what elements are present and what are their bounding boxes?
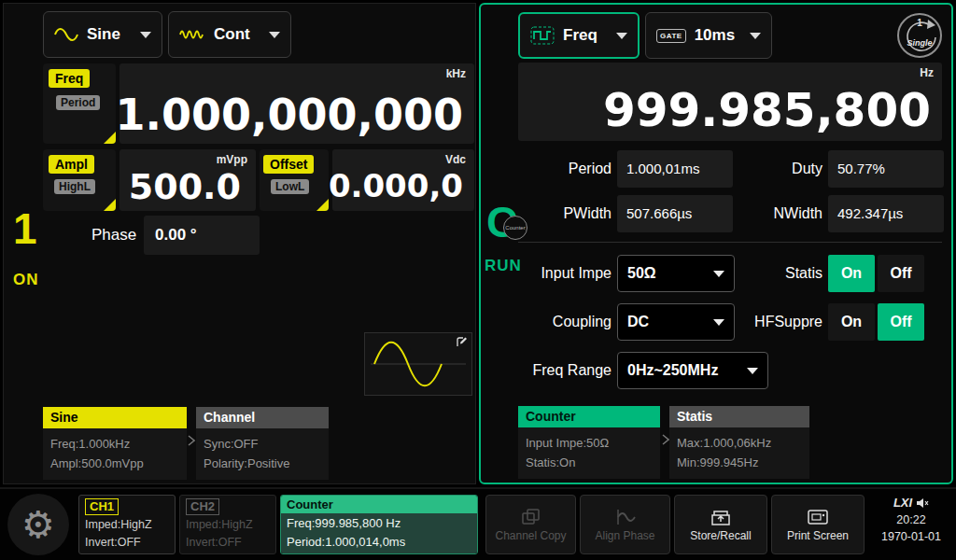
waveform-dropdown[interactable]: Sine [43, 11, 162, 58]
coupling-value: DC [627, 314, 649, 330]
ampl-unit: mVpp [217, 153, 247, 166]
sine-info-card[interactable]: Sine Freq:1.000kHz Ampl:500.0mVpp [43, 407, 187, 480]
ch2-status-card[interactable]: CH2 Imped:HighZ Invert:OFF [179, 495, 276, 554]
corner-marker-icon [316, 199, 329, 211]
align-phase-button[interactable]: Align Phase [580, 495, 670, 554]
store-recall-label: Store/Recall [690, 529, 751, 542]
single-button[interactable]: 1 Single [897, 13, 942, 58]
channel-card-title[interactable]: Channel [196, 407, 329, 428]
statis-info-card[interactable]: Statis Max:1.000,06kHz Min:999.945Hz [669, 406, 809, 479]
channel1-panel: 1 ON Sine Cont Freq Period kHz 1.000,000… [3, 3, 476, 484]
sine-card-line1: Freq:1.000kHz [50, 434, 179, 454]
nwidth-value[interactable]: 492.347µs [828, 195, 944, 232]
freq-range-label: Freq Range [490, 352, 612, 389]
phase-field[interactable]: 0.00 ° [144, 216, 260, 255]
channel-card-line2: Polarity:Positive [204, 454, 321, 473]
store-recall-button[interactable]: Store/Recall [674, 495, 767, 554]
bottom-bar: ⚙ CH1 Imped:HighZ Invert:OFF CH2 Imped:H… [0, 487, 956, 560]
gate-icon: GATE [656, 29, 686, 43]
print-screen-button[interactable]: Print Screen [771, 495, 865, 554]
coupling-select[interactable]: DC [617, 303, 735, 341]
counter-main-display[interactable]: Hz 999.985,800 [518, 63, 942, 141]
gate-time-dropdown[interactable]: GATE 10ms [645, 12, 772, 59]
chevron-down-icon [713, 319, 724, 326]
offset-lowl-tab[interactable]: Offset LowL [260, 149, 329, 211]
waveform-dropdown-label: Sine [87, 25, 120, 44]
mode-dropdown[interactable]: Cont [168, 11, 291, 58]
counter-status-card[interactable]: Counter Freq:999.985,800 Hz Period:1.000… [280, 495, 478, 554]
channel1-number: 1 [13, 203, 37, 254]
ampl-highl-tab[interactable]: Ampl HighL [43, 149, 116, 211]
statis-on-option[interactable]: On [828, 255, 875, 292]
period-label: Period [499, 150, 612, 188]
print-screen-label: Print Screen [787, 529, 849, 542]
input-impedance-select[interactable]: 50Ω [617, 255, 735, 292]
chevron-right-icon [188, 435, 195, 446]
hfsuppre-toggle[interactable]: On Off [828, 303, 924, 341]
offset-unit: Vdc [445, 153, 466, 166]
counter-status-line1: Freq:999.985,800 Hz [287, 514, 471, 533]
single-label: Single [899, 38, 940, 48]
freq-tab-label[interactable]: Freq [49, 69, 90, 88]
statis-off-option[interactable]: Off [878, 255, 924, 292]
period-value[interactable]: 1.000,01ms [617, 150, 733, 188]
freq-period-tab[interactable]: Freq Period [43, 63, 116, 144]
statis-label: Statis [742, 255, 822, 292]
lowl-tab-label[interactable]: LowL [271, 179, 309, 194]
statis-card-title[interactable]: Statis [669, 406, 809, 427]
counter-value: 999.985,800 [603, 83, 931, 137]
single-count: 1 [899, 18, 940, 28]
channel-card-line1: Sync:OFF [204, 434, 321, 454]
channel-copy-button[interactable]: Channel Copy [485, 495, 576, 554]
speaker-mute-icon [916, 497, 929, 509]
ch1-status-card[interactable]: CH1 Imped:HighZ Invert:OFF [78, 495, 176, 554]
duty-label: Duty [742, 150, 822, 188]
ampl-display[interactable]: mVpp 500.0 [120, 149, 256, 211]
copy-icon [520, 508, 542, 526]
ch1-status-line2: Invert:OFF [85, 534, 169, 552]
edit-icon[interactable] [456, 335, 469, 348]
hfsuppre-off-option[interactable]: Off [878, 303, 924, 341]
ampl-value[interactable]: 500.0 [129, 166, 241, 207]
offset-display[interactable]: Vdc 0.000,0 [332, 149, 474, 211]
counter-card-title[interactable]: Counter [518, 406, 660, 427]
pwidth-label: PWidth [499, 195, 612, 232]
freq-range-select[interactable]: 0Hz~250MHz [617, 352, 768, 389]
offset-value[interactable]: 0.000,0 [329, 167, 463, 204]
waveform-preview[interactable] [364, 332, 472, 396]
gate-time-label: 10ms [695, 26, 735, 45]
offset-tab-label[interactable]: Offset [263, 155, 314, 174]
counter-unit: Hz [920, 66, 934, 79]
status-block: LXI 20:22 1970-01-01 [872, 495, 950, 554]
chevron-right-icon [662, 434, 669, 445]
statis-card-line2: Min:999.945Hz [677, 453, 802, 472]
ch2-status-line1: Imped:HighZ [186, 516, 270, 534]
freq-display[interactable]: kHz 1.000,000,000 [120, 63, 474, 144]
channel-copy-label: Channel Copy [495, 529, 566, 542]
sine-card-line2: Ampl:500.0mVpp [50, 454, 179, 473]
system-menu-button[interactable]: ⚙ [7, 494, 69, 555]
coupling-label: Coupling [490, 303, 612, 341]
corner-marker-icon [104, 199, 116, 211]
statis-toggle[interactable]: On Off [828, 255, 924, 292]
duty-value[interactable]: 50.77% [828, 150, 944, 188]
chevron-down-icon [747, 368, 758, 374]
counter-info-card[interactable]: Counter Input Impe:50Ω Statis:On [518, 406, 660, 479]
counter-mode-label: Freq [563, 26, 598, 45]
period-tab-label[interactable]: Period [56, 95, 100, 110]
ch2-status-title: CH2 [186, 498, 219, 515]
chevron-down-icon [140, 32, 151, 38]
clock-date: 1970-01-01 [872, 528, 950, 545]
highl-tab-label[interactable]: HighL [54, 179, 95, 194]
hfsuppre-label: HFSuppre [742, 303, 822, 341]
freq-value[interactable]: 1.000,000,000 [116, 90, 464, 140]
ampl-tab-label[interactable]: Ampl [49, 155, 94, 174]
channel1-state: ON [13, 271, 39, 289]
counter-mode-dropdown[interactable]: Freq [518, 12, 640, 59]
phase-label: Phase [91, 216, 136, 255]
channel-info-card[interactable]: Channel Sync:OFF Polarity:Positive [196, 407, 329, 480]
mode-dropdown-label: Cont [214, 25, 250, 44]
hfsuppre-on-option[interactable]: On [828, 303, 875, 341]
sine-card-title[interactable]: Sine [43, 407, 187, 428]
pwidth-value[interactable]: 507.666µs [617, 195, 733, 232]
